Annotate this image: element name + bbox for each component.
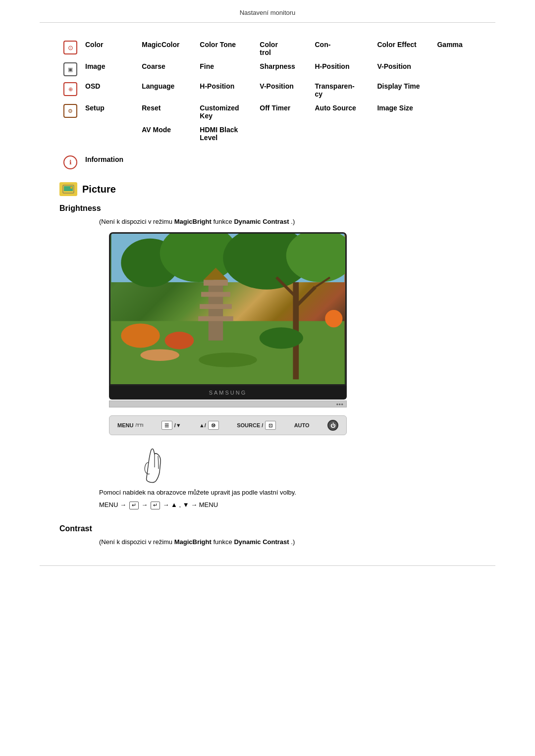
source-control: SOURCE / ⊡: [237, 421, 276, 430]
contrast-note-mid: funkce: [213, 538, 234, 546]
svg-point-19: [121, 323, 160, 348]
monitor-bezel: SAMSUNG: [109, 386, 347, 400]
customized-key-item: CustomizedKey: [196, 101, 256, 123]
color-label: Color: [81, 38, 138, 59]
power-btn[interactable]: ⏻: [327, 420, 338, 431]
garden-scene-svg: [110, 234, 345, 384]
v-position-osd-item: V-Position: [256, 79, 311, 101]
svg-point-24: [140, 349, 179, 361]
nav-enter2: ↵: [151, 502, 160, 509]
image-label: Image: [81, 59, 138, 79]
picture-title: Picture: [82, 184, 116, 195]
bottom-divider: [40, 565, 495, 566]
auto-source-item: Auto Source: [311, 101, 373, 123]
color-icon: ⊙: [63, 41, 77, 54]
nav-arrow2: → ▲ , ▼ → MENU: [162, 501, 218, 508]
setup-icon: ⚙: [63, 104, 77, 118]
source-box: ⊡: [265, 421, 276, 430]
menu-row-information: ℹ Information: [59, 151, 476, 172]
brightness-note-bold1: MagicBright: [174, 218, 212, 225]
svg-rect-11: [201, 292, 230, 297]
setup-icon-cell: ⚙: [59, 101, 81, 145]
page-header: Nastavení monitoru: [40, 0, 495, 23]
brightness-note-bold2: Dynamic Contrast: [234, 218, 289, 225]
image-size-item: Image Size: [373, 101, 476, 123]
magic-color-item: MagicColor: [138, 38, 196, 59]
av-mode-item: AV Mode: [138, 123, 196, 145]
power-control: ⏻: [327, 420, 338, 431]
brightness-note-post: .): [291, 218, 295, 225]
brightness-note-pre: (Není k dispozici v režimu: [99, 218, 174, 225]
transparency-item: Transparen-cy: [311, 79, 373, 101]
v-position-image-item: V-Position: [373, 59, 476, 79]
svg-point-20: [165, 332, 194, 349]
off-timer-item: Off Timer: [256, 101, 311, 123]
btn2-label: ▲/: [199, 422, 206, 428]
information-label: Information: [81, 151, 476, 172]
monitor-stand-bar: ●●●: [109, 401, 347, 407]
menu-control-sub: /TTI: [135, 423, 143, 428]
auto-label: AUTO: [294, 422, 310, 428]
osd-icon-cell: ⊕: [59, 79, 81, 101]
instruction-content: Pomocí nabídek na obrazovce můžete uprav…: [99, 489, 296, 496]
control-panel: MENU /TTI ☰ /▼ ▲/ ⑩ SOURCE / ⊡ AUTO ⏻: [109, 415, 347, 435]
menu-nav: MENU → ↵ → ↵ → ▲ , ▼ → MENU: [99, 501, 476, 509]
menu-section: ⊙ Color MagicColor Color Tone Colortrol …: [59, 38, 476, 172]
gamma-item: Gamma: [433, 38, 476, 59]
picture-header: Picture: [59, 182, 476, 196]
color-icon-cell: ⊙: [59, 38, 81, 59]
color-effect-item: Color Effect: [373, 38, 433, 59]
monitor-image-container: SAMSUNG ●●●: [109, 232, 347, 407]
info-icon-cell: ℹ: [59, 151, 81, 172]
svg-point-22: [325, 310, 342, 327]
svg-rect-12: [200, 304, 232, 309]
brightness-title: Brightness: [59, 204, 476, 213]
auto-control: AUTO: [294, 422, 310, 428]
separator-row: [59, 145, 476, 151]
source-label: SOURCE /: [237, 422, 263, 428]
info-icon: ℹ: [63, 155, 77, 169]
svg-rect-10: [204, 280, 228, 286]
btn2-box: ⑩: [208, 421, 219, 430]
con-item: Con-: [311, 38, 373, 59]
hand-drawing-area: [129, 445, 476, 485]
reset-item: Reset: [138, 101, 196, 123]
picture-icon: [59, 182, 77, 196]
instruction-text: Pomocí nabídek na obrazovce můžete uprav…: [99, 489, 476, 496]
color-control-item: Colortrol: [256, 38, 311, 59]
svg-point-21: [260, 327, 303, 349]
menu-table: ⊙ Color MagicColor Color Tone Colortrol …: [59, 38, 476, 172]
osd-label: OSD: [81, 79, 138, 101]
btn1-slash: /▼: [174, 422, 181, 428]
menu-control-label: MENU: [117, 422, 133, 428]
contrast-note: (Není k dispozici v režimu MagicBright f…: [99, 538, 476, 546]
svg-rect-13: [198, 316, 233, 321]
contrast-note-bold2: Dynamic Contrast: [234, 538, 289, 546]
page-title: Nastavení monitoru: [240, 9, 296, 16]
menu-row-color: ⊙ Color MagicColor Color Tone Colortrol …: [59, 38, 476, 59]
fine-item: Fine: [196, 59, 256, 79]
sharpness-item: Sharpness: [256, 59, 311, 79]
osd-icon: ⊕: [63, 82, 77, 96]
picture-section: Picture Brightness (Není k dispozici v r…: [59, 182, 476, 546]
nav-arrow1: →: [141, 501, 150, 508]
nav-enter1: ↵: [129, 502, 139, 509]
language-item: Language: [138, 79, 196, 101]
menu-row-osd: ⊕ OSD Language H-Position V-Position Tra…: [59, 79, 476, 101]
btn2-control: ▲/ ⑩: [199, 421, 219, 430]
setup-label: Setup: [81, 101, 138, 145]
svg-point-2: [70, 187, 72, 189]
contrast-title: Contrast: [59, 524, 476, 533]
menu-row-setup: ⚙ Setup Reset CustomizedKey Off Timer Au…: [59, 101, 476, 123]
h-position-image-item: H-Position: [311, 59, 373, 79]
menu-control: MENU /TTI: [117, 422, 143, 428]
hand-drawing-svg: [129, 445, 178, 485]
hdmi-black-level-item: HDMI BlackLevel: [196, 123, 476, 145]
color-tone-item: Color Tone: [196, 38, 256, 59]
brightness-note: (Není k dispozici v režimu MagicBright f…: [99, 218, 476, 225]
image-icon: ▣: [63, 62, 77, 76]
menu-row-image: ▣ Image Coarse Fine Sharpness H-Position…: [59, 59, 476, 79]
picture-icon-svg: [62, 185, 74, 194]
display-time-item: Display Time: [373, 79, 476, 101]
svg-rect-9: [209, 282, 223, 341]
